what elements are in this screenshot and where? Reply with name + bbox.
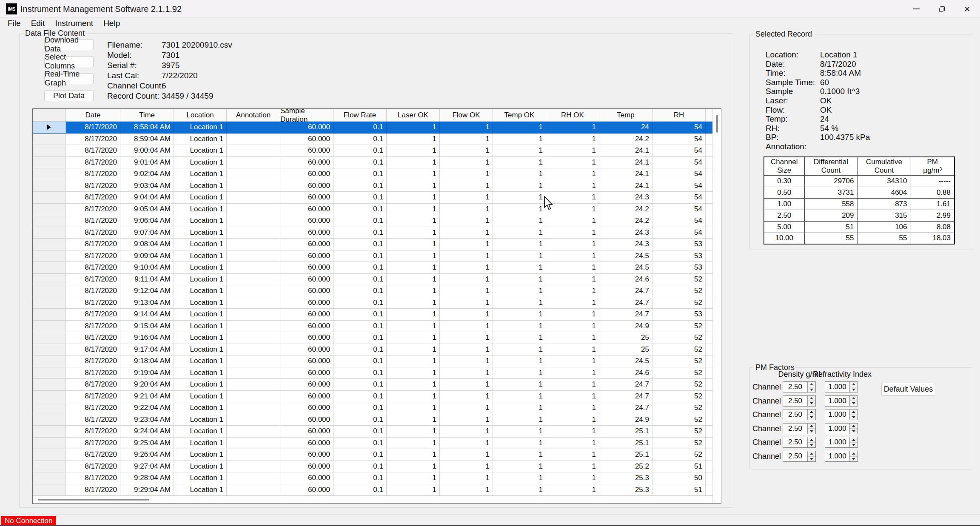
table-cell[interactable]: 0.1 bbox=[333, 461, 387, 473]
density-spinner-value[interactable]: 2.50 bbox=[783, 409, 807, 420]
vertical-scrollbar[interactable] bbox=[712, 109, 721, 503]
table-cell[interactable]: 0.1 bbox=[333, 297, 387, 309]
table-cell[interactable]: 1 bbox=[387, 344, 440, 356]
select-columns-button[interactable]: Select Columns bbox=[44, 56, 94, 67]
table-cell[interactable]: 8/17/2020 bbox=[66, 449, 120, 461]
table-cell[interactable]: 1 bbox=[493, 168, 546, 180]
table-cell[interactable]: 1 bbox=[440, 414, 493, 426]
table-cell[interactable]: 1 bbox=[387, 297, 440, 309]
column-header-rh[interactable]: RH bbox=[652, 109, 706, 122]
table-row[interactable]: 8/17/20209:14:04 AMLocation 160.0000.111… bbox=[33, 309, 721, 321]
table-cell[interactable]: 1 bbox=[546, 449, 599, 461]
table-cell[interactable]: 1 bbox=[440, 344, 493, 356]
table-cell[interactable]: 8/17/2020 bbox=[66, 391, 120, 403]
table-cell[interactable]: Location 1 bbox=[174, 426, 227, 438]
table-row[interactable]: 8/17/20208:59:04 AMLocation 160.0000.111… bbox=[33, 134, 721, 145]
row-selector-cell[interactable] bbox=[33, 285, 66, 297]
table-cell[interactable] bbox=[227, 472, 280, 484]
table-row[interactable]: 8/17/20209:18:04 AMLocation 160.0000.111… bbox=[33, 355, 721, 367]
table-row[interactable]: 8/17/20209:25:04 AMLocation 160.0000.111… bbox=[33, 438, 721, 449]
table-cell[interactable]: 60.000 bbox=[280, 414, 333, 426]
table-cell[interactable]: 1 bbox=[493, 180, 546, 192]
table-cell[interactable]: 24.5 bbox=[599, 262, 652, 274]
table-cell[interactable]: 8/17/2020 bbox=[66, 180, 120, 192]
table-cell[interactable]: 1 bbox=[440, 438, 493, 449]
table-row[interactable]: 8/17/20209:01:04 AMLocation 160.0000.111… bbox=[33, 157, 721, 169]
table-cell[interactable]: Location 1 bbox=[174, 227, 227, 239]
column-header-laser-ok[interactable]: Laser OK bbox=[387, 109, 440, 122]
table-cell[interactable]: 1 bbox=[546, 332, 599, 344]
table-cell[interactable]: 1 bbox=[387, 391, 440, 403]
download-data-button[interactable]: Download Data bbox=[44, 39, 94, 50]
table-cell[interactable]: 54 bbox=[652, 168, 706, 180]
table-cell[interactable]: 1 bbox=[387, 215, 440, 227]
table-cell[interactable]: 0.1 bbox=[333, 262, 387, 274]
table-cell[interactable]: 1 bbox=[440, 168, 493, 180]
table-cell[interactable]: 24.6 bbox=[599, 367, 652, 379]
table-cell[interactable]: 9:22:04 AM bbox=[120, 402, 174, 414]
table-cell[interactable] bbox=[227, 157, 280, 169]
table-row[interactable]: 8/17/20209:11:04 AMLocation 160.0000.111… bbox=[33, 274, 721, 286]
table-cell[interactable]: 54 bbox=[652, 157, 706, 169]
table-cell[interactable]: 9:07:04 AM bbox=[120, 227, 174, 239]
table-cell[interactable]: 24.5 bbox=[599, 355, 652, 367]
table-cell[interactable]: 1 bbox=[493, 134, 546, 145]
table-cell[interactable]: Location 1 bbox=[174, 145, 227, 157]
row-selector-cell[interactable] bbox=[33, 239, 66, 250]
table-row[interactable]: 8/17/20209:20:04 AMLocation 160.0000.111… bbox=[33, 379, 721, 391]
table-cell[interactable]: 1 bbox=[440, 426, 493, 438]
row-selector-cell[interactable] bbox=[33, 145, 66, 157]
table-cell[interactable]: Location 1 bbox=[174, 379, 227, 391]
table-cell[interactable]: 1 bbox=[546, 297, 599, 309]
row-selector-cell[interactable] bbox=[33, 192, 66, 204]
table-cell[interactable]: 0.1 bbox=[333, 204, 387, 216]
table-cell[interactable]: 25.1 bbox=[599, 449, 652, 461]
table-row[interactable]: 8/17/20209:04:04 AMLocation 160.0000.111… bbox=[33, 192, 721, 204]
table-cell[interactable]: 24.2 bbox=[599, 204, 652, 216]
table-cell[interactable]: 54 bbox=[652, 192, 706, 204]
table-cell[interactable]: 9:01:04 AM bbox=[120, 157, 174, 169]
table-row[interactable]: 8/17/20209:28:04 AMLocation 160.0000.111… bbox=[33, 472, 721, 484]
table-cell[interactable]: 0.1 bbox=[333, 239, 387, 250]
table-cell[interactable]: 1 bbox=[387, 122, 440, 134]
table-cell[interactable]: 0.1 bbox=[333, 215, 387, 227]
table-cell[interactable]: 0.1 bbox=[333, 145, 387, 157]
table-cell[interactable]: 1 bbox=[493, 192, 546, 204]
refractivity-spinner-value[interactable]: 1.000 bbox=[825, 409, 849, 420]
table-cell[interactable]: 54 bbox=[652, 122, 706, 134]
table-cell[interactable]: 1 bbox=[493, 449, 546, 461]
table-cell[interactable]: 1 bbox=[440, 134, 493, 145]
table-cell[interactable]: 0.1 bbox=[333, 402, 387, 414]
table-cell[interactable]: 8/17/2020 bbox=[66, 438, 120, 449]
table-cell[interactable]: 60.000 bbox=[280, 379, 333, 391]
table-cell[interactable]: 52 bbox=[652, 344, 706, 356]
table-row[interactable]: 8/17/20209:26:04 AMLocation 160.0000.111… bbox=[33, 449, 721, 461]
row-selector-cell[interactable] bbox=[33, 204, 66, 216]
table-cell[interactable]: 1 bbox=[546, 145, 599, 157]
table-cell[interactable]: 0.1 bbox=[333, 250, 387, 262]
table-cell[interactable] bbox=[227, 204, 280, 216]
table-cell[interactable]: 25.1 bbox=[599, 438, 652, 449]
table-cell[interactable]: 1 bbox=[440, 180, 493, 192]
table-cell[interactable]: 8/17/2020 bbox=[66, 461, 120, 473]
table-cell[interactable]: 24.7 bbox=[599, 391, 652, 403]
table-cell[interactable] bbox=[227, 379, 280, 391]
table-cell[interactable]: 8/17/2020 bbox=[66, 472, 120, 484]
default-values-button[interactable]: Default Values bbox=[881, 383, 935, 396]
table-cell[interactable]: 0.1 bbox=[333, 367, 387, 379]
table-cell[interactable]: 60.000 bbox=[280, 402, 333, 414]
column-header-temp-ok[interactable]: Temp OK bbox=[493, 109, 546, 122]
table-cell[interactable]: 8/17/2020 bbox=[66, 484, 120, 496]
table-cell[interactable]: 1 bbox=[440, 239, 493, 250]
table-cell[interactable]: 1 bbox=[387, 192, 440, 204]
table-row[interactable]: 8/17/20209:10:04 AMLocation 160.0000.111… bbox=[33, 262, 721, 274]
table-cell[interactable] bbox=[227, 367, 280, 379]
table-cell[interactable]: 8/17/2020 bbox=[66, 274, 120, 286]
table-cell[interactable] bbox=[227, 134, 280, 145]
table-cell[interactable]: 1 bbox=[493, 239, 546, 250]
table-row[interactable]: 8/17/20208:58:04 AMLocation 160.0000.111… bbox=[33, 122, 721, 134]
table-cell[interactable]: Location 1 bbox=[174, 414, 227, 426]
table-cell[interactable]: 60.000 bbox=[280, 192, 333, 204]
table-cell[interactable]: 1 bbox=[546, 180, 599, 192]
table-cell[interactable]: 50 bbox=[652, 472, 706, 484]
